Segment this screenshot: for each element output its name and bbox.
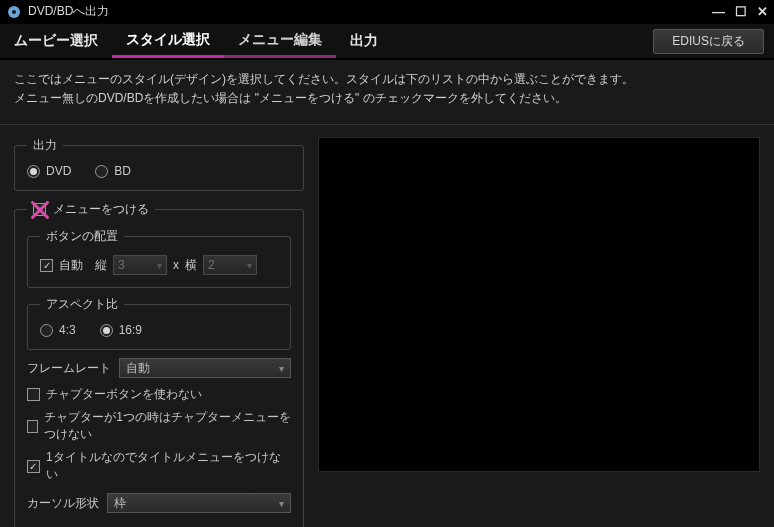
top-toolbar: ムービー選択 スタイル選択 メニュー編集 出力 EDIUSに戻る (0, 24, 774, 60)
chk-no-chapter-button[interactable]: チャプターボタンを使わない (27, 386, 291, 403)
minimize-button[interactable]: — (712, 4, 725, 19)
output-group: 出力 DVD BD (14, 137, 304, 191)
checkbox-label: チャプターボタンを使わない (46, 386, 202, 403)
cursor-shape-select[interactable]: 枠 (107, 493, 291, 513)
chk-one-title[interactable]: 1タイトルなのでタイトルメニューをつけない (27, 449, 291, 483)
radio-4-3[interactable]: 4:3 (40, 323, 76, 337)
select-value: 2 (208, 258, 215, 272)
checkbox-label: チャプターが1つの時はチャプターメニューをつけない (44, 409, 291, 443)
menu-group: メニューをつける ボタンの配置 自動 縦 3 x 横 2 (14, 201, 304, 527)
tab-output[interactable]: 出力 (336, 24, 392, 58)
radio-bd[interactable]: BD (95, 164, 131, 178)
radio-label: 4:3 (59, 323, 76, 337)
cursor-shape-label: カーソル形状 (27, 495, 99, 512)
x-label: x (173, 258, 179, 272)
radio-icon (40, 324, 53, 337)
return-to-edius-button[interactable]: EDIUSに戻る (653, 29, 764, 54)
menu-legend: メニューをつける (27, 201, 155, 218)
vertical-select[interactable]: 3 (113, 255, 167, 275)
radio-16-9[interactable]: 16:9 (100, 323, 142, 337)
select-value: 自動 (126, 360, 150, 377)
framerate-label: フレームレート (27, 360, 111, 377)
description-line: ここではメニューのスタイル(デザイン)を選択してください。スタイルは下のリストの… (14, 70, 760, 89)
radio-icon (100, 324, 113, 337)
checkbox-label: 1タイトルなのでタイトルメニューをつけない (46, 449, 291, 483)
disc-icon (6, 4, 22, 20)
checkbox-icon (27, 420, 38, 433)
aspect-group: アスペクト比 4:3 16:9 (27, 296, 291, 350)
close-button[interactable]: ✕ (757, 4, 768, 19)
tab-movie[interactable]: ムービー選択 (0, 24, 112, 58)
description-line: メニュー無しのDVD/BDを作成したい場合は "メニューをつける" のチェックマ… (14, 89, 760, 108)
auto-layout-checkbox[interactable]: 自動 (40, 257, 83, 274)
radio-label: DVD (46, 164, 71, 178)
radio-dvd[interactable]: DVD (27, 164, 71, 178)
button-layout-group: ボタンの配置 自動 縦 3 x 横 2 (27, 228, 291, 288)
vertical-label: 縦 (95, 257, 107, 274)
checkbox-label: 自動 (59, 257, 83, 274)
chk-one-chapter[interactable]: チャプターが1つの時はチャプターメニューをつけない (27, 409, 291, 443)
checkbox-icon (27, 460, 40, 473)
checkbox-icon (27, 388, 40, 401)
window-title: DVD/BDへ出力 (28, 3, 712, 20)
menu-enable-checkbox[interactable] (33, 203, 46, 216)
aspect-legend: アスペクト比 (40, 296, 124, 313)
menu-enable-label: メニューをつける (53, 202, 149, 216)
tab-menu-edit[interactable]: メニュー編集 (224, 24, 336, 58)
maximize-button[interactable]: ☐ (735, 4, 747, 19)
description-text: ここではメニューのスタイル(デザイン)を選択してください。スタイルは下のリストの… (0, 60, 774, 125)
button-layout-legend: ボタンの配置 (40, 228, 124, 245)
preview-area (318, 137, 760, 472)
radio-label: 16:9 (119, 323, 142, 337)
annotated-checkbox-wrapper (33, 203, 46, 216)
radio-icon (95, 165, 108, 178)
tab-style[interactable]: スタイル選択 (112, 24, 224, 58)
framerate-select[interactable]: 自動 (119, 358, 291, 378)
titlebar: DVD/BDへ出力 — ☐ ✕ (0, 0, 774, 24)
svg-point-1 (12, 10, 16, 14)
horizontal-select[interactable]: 2 (203, 255, 257, 275)
radio-icon (27, 165, 40, 178)
radio-label: BD (114, 164, 131, 178)
horizontal-label: 横 (185, 257, 197, 274)
checkbox-icon (40, 259, 53, 272)
select-value: 3 (118, 258, 125, 272)
output-legend: 出力 (27, 137, 63, 154)
tab-strip: ムービー選択 スタイル選択 メニュー編集 出力 (0, 24, 392, 58)
select-value: 枠 (114, 495, 126, 512)
